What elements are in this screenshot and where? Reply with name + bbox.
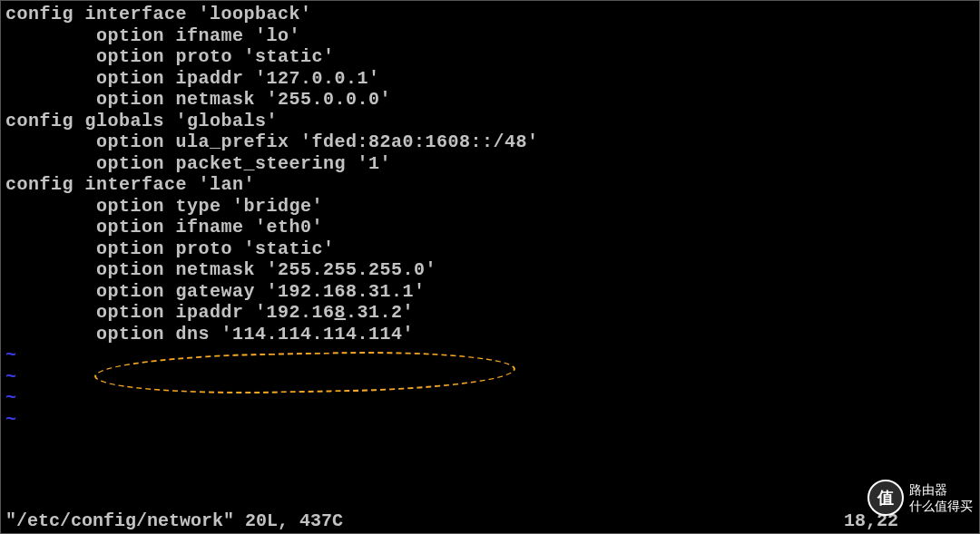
config-line: option type 'bridge' [5,196,975,218]
config-line: option packet_steering '1' [5,153,975,175]
config-line: option ifname 'eth0' [5,217,975,238]
terminal-window[interactable]: config interface 'loopback' option ifnam… [0,0,980,534]
empty-lines: ~~~~ [5,345,975,430]
config-line: config globals 'globals' [5,111,975,132]
config-line: option ula_prefix 'fded:82a0:1608::/48' [5,131,975,153]
watermark-text: 路由器 什么值得买 [909,481,973,514]
config-line: option dns '114.114.114.114' [5,324,975,345]
config-line: option gateway '192.168.31.1' [5,281,975,303]
watermark-line1: 路由器 [909,481,973,498]
empty-line-tilde: ~ [5,409,975,431]
vim-status-bar: "/etc/config/network" 20L, 437C 18,22 [0,510,980,534]
config-line: option netmask '255.255.255.0' [5,259,975,281]
empty-line-tilde: ~ [5,345,975,366]
empty-line-tilde: ~ [5,387,975,409]
empty-line-tilde: ~ [5,366,975,388]
watermark: 值 路由器 什么值得买 [867,480,973,516]
config-line: option proto 'static' [5,46,975,68]
config-line: option ipaddr '192.168.31.2' [5,302,975,324]
cursor: 8 [335,302,347,323]
config-line: option ipaddr '127.0.0.1' [5,68,975,90]
config-line: config interface 'lan' [5,174,975,196]
watermark-badge-icon: 值 [867,480,904,516]
watermark-line2: 什么值得买 [909,498,973,514]
config-line: option ifname 'lo' [5,25,975,47]
config-line: option netmask '255.0.0.0' [5,89,975,111]
status-file-info: "/etc/config/network" 20L, 437C [5,510,343,532]
config-line: option proto 'static' [5,238,975,260]
config-line: config interface 'loopback' [5,4,975,25]
file-content: config interface 'loopback' option ifnam… [5,4,975,345]
